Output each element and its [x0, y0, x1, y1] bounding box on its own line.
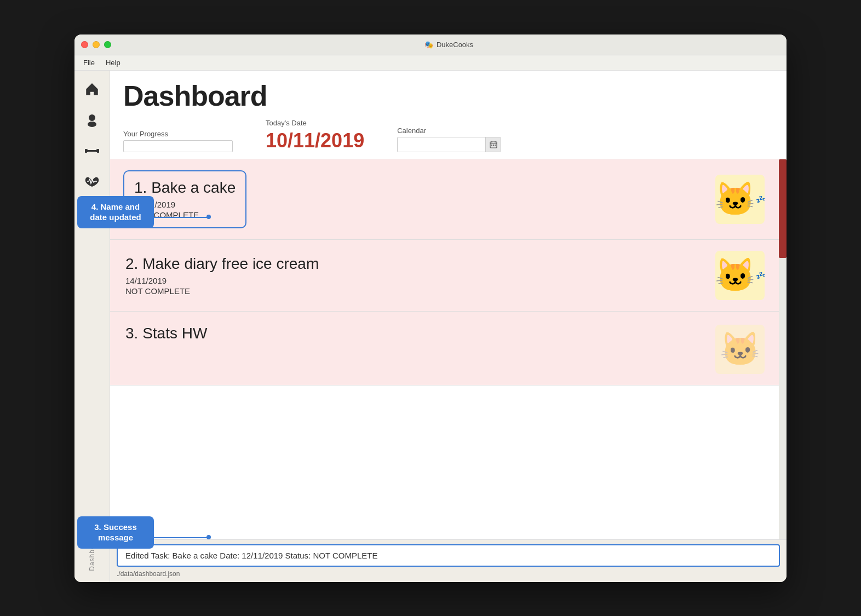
svg-rect-5	[85, 149, 87, 153]
calendar-button[interactable]	[485, 137, 501, 152]
sidebar-dumbbell-icon[interactable]	[82, 141, 102, 160]
task-2-cat: 🐱💤	[715, 251, 765, 300]
task-3-info: 3. Stats HW	[123, 325, 715, 346]
page-title: Dashboard	[123, 79, 773, 112]
svg-rect-19	[495, 145, 496, 146]
bottom-bar: Edited Task: Bake a cake Date: 12/11/201…	[110, 539, 787, 582]
task-card-2[interactable]: 2. Make diary free ice cream 14/11/2019 …	[110, 240, 787, 312]
svg-rect-17	[491, 145, 492, 146]
calendar-label: Calendar	[397, 126, 501, 135]
success-message-box: Edited Task: Bake a cake Date: 12/11/201…	[117, 544, 780, 567]
bottom-path: ./data/dashboard.json	[117, 570, 780, 578]
sidebar-health-icon[interactable]	[82, 171, 102, 191]
menu-bar: File Help	[74, 55, 787, 71]
progress-section: Your Progress	[123, 130, 233, 152]
svg-rect-2	[90, 117, 94, 118]
calendar-section: Calendar	[397, 126, 501, 152]
date-label: Today's Date	[266, 119, 364, 127]
sidebar-home-icon[interactable]	[82, 79, 102, 99]
header: Dashboard Your Progress Today's Date 10/…	[110, 71, 787, 159]
window-title: DukeCooks	[437, 41, 473, 49]
task-card-3[interactable]: 3. Stats HW 🐱	[110, 312, 787, 385]
task-card-1[interactable]: 1. Bake a cake 12/11/2019 NOT COMPLETE 🐱…	[110, 159, 787, 240]
svg-rect-6	[97, 149, 99, 153]
task-1-name: 1. Bake a cake	[134, 179, 236, 197]
title-bar: 🎭 DukeCooks	[74, 34, 787, 55]
window-icon: 🎭	[424, 41, 433, 49]
traffic-lights	[81, 41, 111, 48]
progress-label: Your Progress	[123, 130, 233, 138]
annotation-3: 3. Success message	[77, 516, 154, 549]
svg-point-1	[88, 122, 96, 127]
scrollbar-track[interactable]	[779, 159, 787, 539]
task-2-status: NOT COMPLETE	[125, 286, 715, 296]
sidebar-chef-icon[interactable]	[82, 110, 102, 130]
date-section: Today's Date 10/11/2019	[266, 119, 364, 152]
menu-help[interactable]: Help	[106, 59, 120, 67]
close-button[interactable]	[81, 41, 88, 48]
sidebar: Dashboard	[74, 71, 110, 582]
svg-rect-18	[493, 145, 494, 146]
task-3-cat: 🐱	[715, 325, 765, 374]
annotation-4: 4. Name and date updated	[77, 196, 154, 228]
progress-bar	[123, 140, 233, 152]
content-area: Dashboard Your Progress Today's Date 10/…	[110, 71, 787, 582]
calendar-input[interactable]	[398, 137, 485, 152]
task-1-cat: 🐱💤	[715, 175, 765, 224]
task-3-name: 3. Stats HW	[125, 325, 715, 342]
maximize-button[interactable]	[104, 41, 111, 48]
date-value: 10/11/2019	[266, 129, 364, 152]
svg-rect-7	[88, 150, 96, 152]
task-2-name: 2. Make diary free ice cream	[125, 255, 715, 273]
window-title-area: 🎭 DukeCooks	[118, 41, 780, 49]
menu-file[interactable]: File	[83, 59, 95, 67]
minimize-button[interactable]	[93, 41, 100, 48]
scrollbar-thumb[interactable]	[779, 159, 787, 258]
task-2-date: 14/11/2019	[125, 276, 715, 285]
tasks-area: 1. Bake a cake 12/11/2019 NOT COMPLETE 🐱…	[110, 159, 787, 539]
calendar-input-row	[397, 137, 501, 152]
success-message-text: Edited Task: Bake a cake Date: 12/11/201…	[125, 551, 378, 560]
task-2-info: 2. Make diary free ice cream 14/11/2019 …	[123, 255, 715, 296]
